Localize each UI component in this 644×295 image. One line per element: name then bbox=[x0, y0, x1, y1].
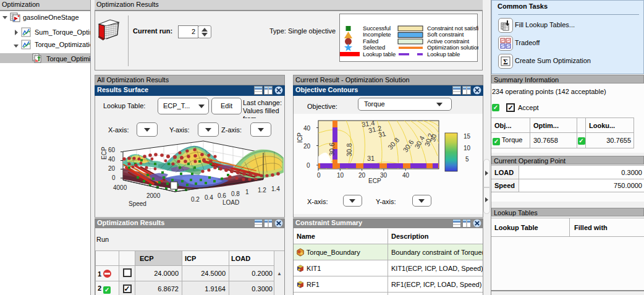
svg-text:Σ: Σ bbox=[503, 58, 508, 66]
